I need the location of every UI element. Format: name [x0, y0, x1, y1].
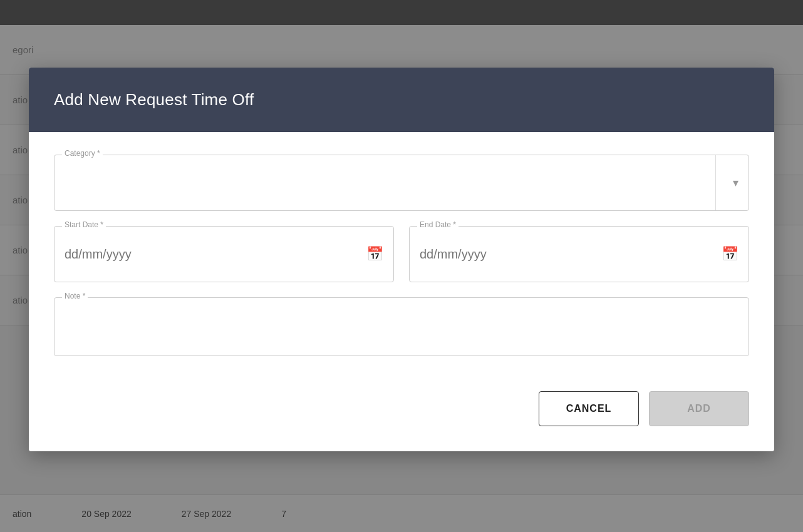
modal-overlay: Add New Request Time Off Category * ▾	[0, 25, 803, 532]
top-bar	[0, 0, 803, 25]
end-date-input[interactable]	[420, 247, 722, 262]
date-row: Start Date * 📅 End Date * 📅	[54, 226, 749, 282]
end-date-label: End Date *	[417, 220, 458, 229]
start-date-input-wrapper: 📅	[54, 227, 393, 282]
dialog-footer: CANCEL ADD	[54, 376, 749, 426]
category-field-group: Category * ▾	[54, 155, 749, 211]
cancel-button[interactable]: CANCEL	[539, 391, 639, 426]
end-date-calendar-icon[interactable]: 📅	[722, 246, 738, 262]
note-textarea[interactable]	[54, 298, 749, 353]
dialog-title: Add New Request Time Off	[54, 90, 749, 110]
category-label: Category *	[62, 149, 103, 158]
start-date-field: Start Date * 📅	[54, 226, 394, 282]
end-date-field: End Date * 📅	[409, 226, 749, 282]
start-date-calendar-icon[interactable]: 📅	[366, 246, 383, 262]
content-area: egori atio atio atio atio atio ation 20 …	[0, 25, 803, 532]
dialog-header: Add New Request Time Off	[29, 68, 774, 132]
note-wrapper: Note *	[54, 297, 749, 356]
dialog-body: Category * ▾ Start Date *	[29, 132, 774, 451]
dialog: Add New Request Time Off Category * ▾	[29, 68, 774, 451]
select-divider	[715, 155, 716, 210]
note-label: Note *	[62, 292, 88, 300]
category-select[interactable]	[54, 155, 749, 210]
category-wrapper: Category * ▾	[54, 155, 749, 211]
add-button[interactable]: ADD	[649, 391, 749, 426]
start-date-label: Start Date *	[62, 220, 106, 229]
start-date-input[interactable]	[65, 247, 366, 262]
end-date-input-wrapper: 📅	[410, 227, 749, 282]
page-background: egori atio atio atio atio atio ation 20 …	[0, 0, 803, 532]
